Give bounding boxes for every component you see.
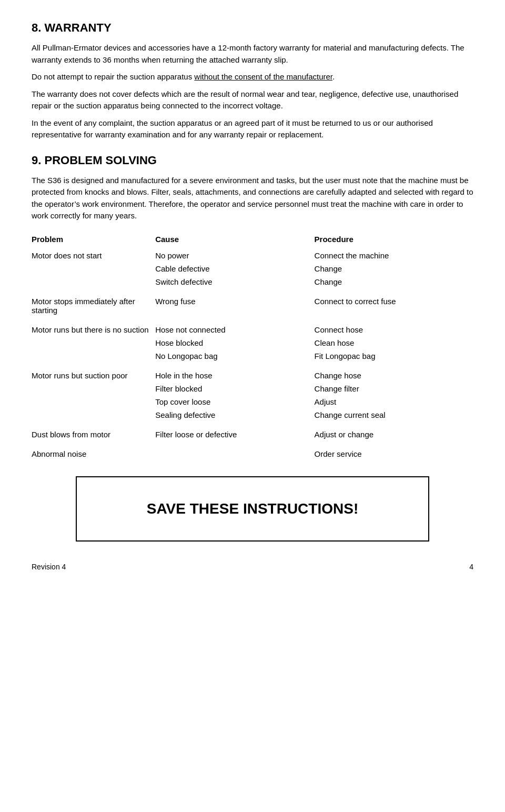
table-row: Motor runs but there is no suctionHose n…: [32, 317, 473, 336]
procedure-cell: Change filter: [315, 382, 473, 395]
cause-cell: Filter blocked: [155, 382, 314, 395]
procedure-cell: Adjust or change: [315, 422, 473, 441]
table-row: Cable defectiveChange: [32, 262, 473, 275]
col-header-cause: Cause: [155, 232, 314, 249]
table-row: Dust blows from motorFilter loose or def…: [32, 422, 473, 441]
footer-page: 4: [469, 563, 473, 571]
problem-cell: [32, 382, 155, 395]
procedure-cell: Connect the machine: [315, 249, 473, 262]
cause-cell: Hole in the hose: [155, 363, 314, 382]
procedure-cell: Clean hose: [315, 336, 473, 349]
problem-solving-heading: 9. PROBLEM SOLVING: [32, 154, 473, 167]
procedure-cell: Change: [315, 275, 473, 288]
cause-cell: Wrong fuse: [155, 288, 314, 317]
table-row: Sealing defectiveChange current seal: [32, 408, 473, 422]
cause-cell: Top cover loose: [155, 395, 314, 408]
problem-cell: [32, 408, 155, 422]
table-row: Motor stops immediately after startingWr…: [32, 288, 473, 317]
table-row: Abnormal noiseOrder service: [32, 441, 473, 460]
save-instructions-box: SAVE THESE INSTRUCTIONS!: [76, 476, 429, 542]
problem-cell: Motor runs but suction poor: [32, 363, 155, 382]
warranty-para4: In the event of any complaint, the sucti…: [32, 117, 473, 141]
cause-cell: Switch defective: [155, 275, 314, 288]
warranty-para2-pre: Do not attempt to repair the suction app…: [32, 72, 194, 81]
procedure-cell: Fit Longopac bag: [315, 349, 473, 363]
save-instructions-text: SAVE THESE INSTRUCTIONS!: [147, 500, 358, 517]
procedure-cell: Adjust: [315, 395, 473, 408]
footer: Revision 4 4: [32, 563, 473, 571]
procedure-cell: Connect hose: [315, 317, 473, 336]
cause-cell: Cable defective: [155, 262, 314, 275]
problem-cell: Motor stops immediately after starting: [32, 288, 155, 317]
problem-solving-section: 9. PROBLEM SOLVING The S36 is designed a…: [32, 154, 473, 460]
problem-cell: Motor runs but there is no suction: [32, 317, 155, 336]
warranty-section: 8. WARRANTY All Pullman-Ermator devices …: [32, 21, 473, 141]
table-row: Hose blockedClean hose: [32, 336, 473, 349]
cause-cell: No Longopac bag: [155, 349, 314, 363]
problem-cell: [32, 336, 155, 349]
col-header-problem: Problem: [32, 232, 155, 249]
cause-cell: Hose not connected: [155, 317, 314, 336]
procedure-cell: Order service: [315, 441, 473, 460]
procedure-cell: Change current seal: [315, 408, 473, 422]
footer-revision: Revision 4: [32, 563, 66, 571]
problem-cell: [32, 395, 155, 408]
cause-cell: Sealing defective: [155, 408, 314, 422]
procedure-cell: Connect to correct fuse: [315, 288, 473, 317]
procedure-cell: Change: [315, 262, 473, 275]
table-row: No Longopac bagFit Longopac bag: [32, 349, 473, 363]
warranty-para2-underline: without the consent of the manufacturer: [194, 72, 332, 81]
warranty-para2-post: .: [332, 72, 335, 81]
warranty-para2: Do not attempt to repair the suction app…: [32, 71, 473, 83]
problem-cell: Abnormal noise: [32, 441, 155, 460]
table-row: Motor runs but suction poorHole in the h…: [32, 363, 473, 382]
problem-cell: [32, 275, 155, 288]
cause-cell: Filter loose or defective: [155, 422, 314, 441]
table-header-row: Problem Cause Procedure: [32, 232, 473, 249]
problem-cell: Dust blows from motor: [32, 422, 155, 441]
problem-cell: [32, 349, 155, 363]
cause-cell: No power: [155, 249, 314, 262]
table-row: Filter blockedChange filter: [32, 382, 473, 395]
procedure-cell: Change hose: [315, 363, 473, 382]
problem-table: Problem Cause Procedure Motor does not s…: [32, 232, 473, 460]
col-header-procedure: Procedure: [315, 232, 473, 249]
problem-cell: Motor does not start: [32, 249, 155, 262]
cause-cell: Hose blocked: [155, 336, 314, 349]
table-row: Top cover looseAdjust: [32, 395, 473, 408]
problem-cell: [32, 262, 155, 275]
problem-solving-intro: The S36 is designed and manufactured for…: [32, 175, 473, 222]
cause-cell: [155, 441, 314, 460]
table-row: Switch defectiveChange: [32, 275, 473, 288]
warranty-para3: The warranty does not cover defects whic…: [32, 88, 473, 112]
table-row: Motor does not startNo powerConnect the …: [32, 249, 473, 262]
warranty-para1: All Pullman-Ermator devices and accessor…: [32, 42, 473, 66]
warranty-heading: 8. WARRANTY: [32, 21, 473, 35]
